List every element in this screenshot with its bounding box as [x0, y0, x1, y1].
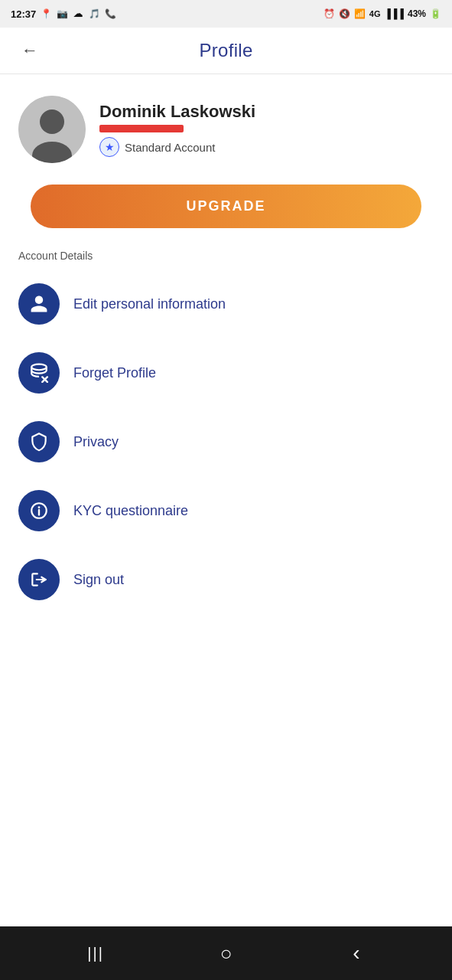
forget-profile-icon-circle	[18, 352, 60, 394]
nav-recent-button[interactable]: |||	[79, 936, 112, 970]
kyc-icon-circle	[18, 490, 60, 531]
account-badge-icon: ★	[99, 137, 119, 157]
nav-home-button[interactable]: ○	[209, 936, 242, 970]
menu-item-signout[interactable]: Sign out	[0, 545, 452, 614]
location-icon: 📍	[40, 8, 52, 19]
instagram-icon: 📷	[56, 8, 68, 19]
menu-label-forget-profile: Forget Profile	[73, 365, 156, 381]
info-icon	[29, 501, 49, 521]
account-details-label: Account Details	[0, 250, 452, 270]
status-right: ⏰ 🔇 📶 4G ▐▐▐ 43% 🔋	[324, 8, 441, 19]
signal-bars-icon: ▐▐▐	[384, 8, 404, 19]
page-title: Profile	[199, 40, 252, 61]
cloud-icon: ☁	[72, 8, 84, 19]
status-bar: 12:37 📍 📷 ☁ 🎵 📞 ⏰ 🔇 📶 4G ▐▐▐ 43% 🔋	[0, 0, 452, 28]
upgrade-button[interactable]: UPGRADE	[31, 185, 421, 228]
account-type-label: Standard Account	[125, 141, 215, 154]
menu-item-kyc[interactable]: KYC questionnaire	[0, 476, 452, 545]
profile-section: Dominik Laskowski ★ Standard Account	[0, 74, 452, 177]
upgrade-container: UPGRADE	[0, 177, 452, 250]
shield-icon	[29, 432, 49, 452]
privacy-icon-circle	[18, 421, 60, 462]
header: ← Profile	[0, 28, 452, 74]
back-button[interactable]: ←	[15, 38, 44, 64]
spacer	[0, 614, 452, 926]
person-edit-icon	[29, 294, 49, 314]
email-redacted	[99, 125, 255, 132]
battery-icon: 🔋	[430, 8, 441, 19]
menu-label-edit-personal: Edit personal information	[73, 296, 226, 312]
avatar	[18, 96, 86, 163]
svg-point-1	[40, 109, 64, 134]
menu-list: Edit personal information Forget Profile	[0, 270, 452, 614]
menu-item-edit-personal[interactable]: Edit personal information	[0, 270, 452, 338]
menu-label-signout: Sign out	[73, 572, 124, 588]
avatar-svg	[18, 96, 86, 163]
nav-back-button[interactable]: ‹	[340, 936, 373, 970]
database-x-icon	[29, 363, 49, 383]
signout-icon-circle	[18, 559, 60, 600]
svg-point-3	[31, 364, 47, 371]
battery-display: 43%	[408, 8, 426, 19]
account-type-row: ★ Standard Account	[99, 137, 255, 157]
redact-line-1	[99, 125, 184, 132]
viber-icon: 📞	[104, 8, 116, 19]
media-icon: 🎵	[88, 8, 100, 19]
status-left: 12:37 📍 📷 ☁ 🎵 📞	[11, 8, 116, 20]
signout-icon	[29, 570, 49, 590]
back-arrow-icon: ←	[21, 41, 38, 60]
menu-label-kyc: KYC questionnaire	[73, 503, 188, 519]
menu-item-privacy[interactable]: Privacy	[0, 407, 452, 476]
alarm-icon: ⏰	[324, 8, 335, 19]
signal-text: 4G	[369, 9, 381, 18]
menu-item-forget-profile[interactable]: Forget Profile	[0, 338, 452, 407]
mute-icon: 🔇	[339, 8, 350, 19]
nav-bar: ||| ○ ‹	[0, 926, 452, 980]
profile-name: Dominik Laskowski	[99, 102, 255, 122]
edit-personal-icon-circle	[18, 283, 60, 325]
time-display: 12:37	[11, 8, 36, 20]
profile-info: Dominik Laskowski ★ Standard Account	[99, 102, 255, 157]
menu-label-privacy: Privacy	[73, 434, 119, 450]
svg-point-8	[38, 506, 41, 508]
wifi-icon: 📶	[354, 8, 366, 19]
